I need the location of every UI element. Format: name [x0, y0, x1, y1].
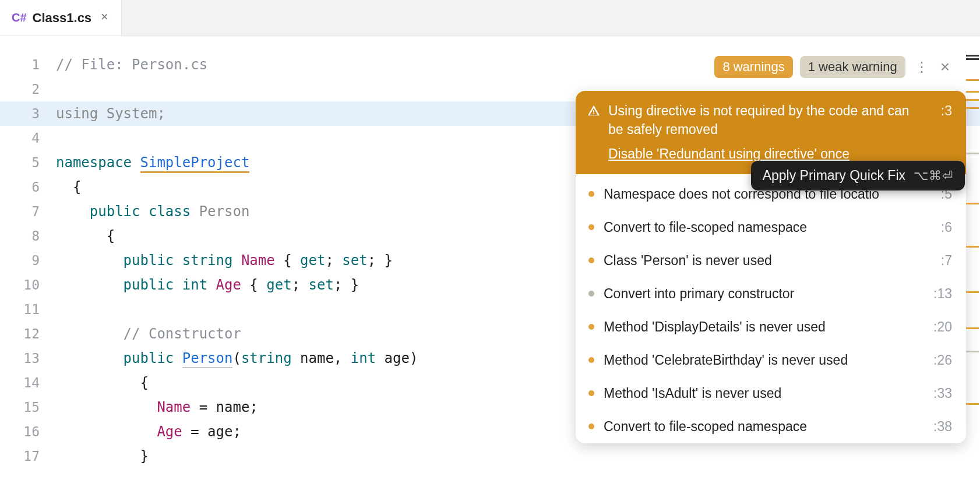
- line-number: 12: [0, 326, 56, 341]
- line-number: 13: [0, 351, 56, 366]
- problem-line: :3: [941, 101, 952, 120]
- code-line[interactable]: 17 }: [0, 444, 980, 468]
- line-number: 6: [0, 179, 56, 195]
- problem-text: Method 'DisplayDetails' is never used: [604, 319, 924, 335]
- quickfix-label: Apply Primary Quick Fix: [763, 168, 905, 183]
- warning-dot-icon: [588, 224, 594, 230]
- error-stripe-mark[interactable]: [966, 327, 979, 329]
- inspections-bar: 8 warnings 1 weak warning ⋮ ×: [714, 56, 952, 78]
- code-content[interactable]: {: [56, 375, 149, 391]
- line-number: 1: [0, 57, 56, 72]
- problem-text: Method 'CelebrateBirthday' is never used: [604, 352, 924, 368]
- warning-dot-icon: [588, 324, 594, 330]
- problems-panel: Using directive is not required by the c…: [576, 91, 966, 443]
- line-number: 11: [0, 302, 56, 317]
- line-number: 7: [0, 204, 56, 219]
- line-number: 10: [0, 277, 56, 292]
- warning-dot-icon: [588, 357, 594, 363]
- file-tab[interactable]: C# Class1.cs ×: [0, 0, 122, 36]
- problem-row[interactable]: Method 'CelebrateBirthday' is never used…: [576, 344, 966, 377]
- line-number: 3: [0, 106, 56, 121]
- problem-line: :13: [933, 286, 952, 302]
- warning-icon: [587, 103, 600, 122]
- problem-text: Convert into primary constructor: [604, 286, 924, 302]
- problems-list: Namespace does not correspond to file lo…: [576, 174, 966, 443]
- line-number: 14: [0, 375, 56, 390]
- problem-text: Class 'Person' is never used: [604, 253, 932, 269]
- error-stripe-mark[interactable]: [966, 351, 979, 352]
- warning-dot-icon: [588, 423, 594, 429]
- line-number: 15: [0, 400, 56, 415]
- line-number: 2: [0, 82, 56, 97]
- error-stripe[interactable]: [963, 54, 979, 480]
- close-tab-icon[interactable]: ×: [97, 10, 110, 25]
- code-content[interactable]: {: [56, 179, 81, 195]
- code-content[interactable]: // Constructor: [56, 326, 241, 342]
- weak-warning-badge[interactable]: 1 weak warning: [800, 56, 905, 78]
- code-content[interactable]: public int Age { get; set; }: [56, 277, 359, 293]
- problem-row[interactable]: Method 'DisplayDetails' is never used:20: [576, 310, 966, 344]
- tab-bar: C# Class1.cs ×: [0, 0, 980, 36]
- problem-row[interactable]: Convert to file-scoped namespace:38: [576, 410, 966, 443]
- code-content[interactable]: public class Person: [56, 203, 249, 220]
- line-number: 17: [0, 449, 56, 464]
- problem-text: Method 'IsAdult' is never used: [604, 386, 924, 401]
- warning-dot-icon: [588, 257, 594, 263]
- csharp-icon: C#: [12, 11, 27, 24]
- problem-line: :6: [941, 220, 952, 235]
- problem-line: :26: [933, 352, 952, 368]
- problem-message: Using directive is not required by the c…: [608, 101, 926, 139]
- error-stripe-mark[interactable]: [966, 58, 979, 60]
- error-stripe-mark[interactable]: [966, 403, 979, 405]
- error-stripe-mark[interactable]: [966, 79, 979, 81]
- problem-line: :7: [941, 253, 952, 269]
- problem-line: :38: [933, 419, 952, 435]
- error-stripe-mark[interactable]: [966, 55, 979, 57]
- line-number: 9: [0, 253, 56, 268]
- warning-dot-icon: [588, 191, 594, 197]
- error-stripe-mark[interactable]: [966, 291, 979, 293]
- error-stripe-mark[interactable]: [966, 99, 979, 101]
- warnings-badge[interactable]: 8 warnings: [714, 56, 792, 78]
- close-icon[interactable]: ×: [938, 58, 952, 76]
- code-content[interactable]: public string Name { get; set; }: [56, 252, 393, 269]
- code-content[interactable]: public Person(string name, int age): [56, 350, 418, 366]
- quickfix-shortcut: ⌥⌘⏎: [914, 168, 953, 183]
- warning-dot-icon: [588, 390, 594, 396]
- quickfix-tooltip: Apply Primary Quick Fix ⌥⌘⏎: [751, 161, 965, 190]
- weak-warning-dot-icon: [588, 291, 594, 297]
- line-number: 4: [0, 130, 56, 146]
- error-stripe-mark[interactable]: [966, 107, 979, 109]
- error-stripe-mark[interactable]: [966, 246, 979, 248]
- problem-text: Convert to file-scoped namespace: [604, 220, 932, 235]
- problem-row[interactable]: Method 'IsAdult' is never used:33: [576, 377, 966, 410]
- problem-line: :20: [933, 319, 952, 335]
- line-number: 16: [0, 424, 56, 439]
- problem-line: :33: [933, 386, 952, 401]
- line-number: 8: [0, 228, 56, 243]
- code-content[interactable]: using System;: [56, 105, 165, 122]
- code-content[interactable]: }: [56, 448, 149, 464]
- error-stripe-mark[interactable]: [966, 153, 979, 154]
- problem-row[interactable]: Convert to file-scoped namespace:6: [576, 211, 966, 244]
- line-number: 5: [0, 155, 56, 170]
- problem-text: Convert to file-scoped namespace: [604, 419, 924, 435]
- error-stripe-mark[interactable]: [966, 91, 979, 93]
- error-stripe-mark[interactable]: [966, 203, 979, 204]
- problem-row[interactable]: Class 'Person' is never used:7: [576, 244, 966, 277]
- code-content[interactable]: // File: Person.cs: [56, 57, 207, 73]
- code-content[interactable]: Name = name;: [56, 399, 258, 415]
- kebab-icon[interactable]: ⋮: [912, 59, 931, 75]
- tab-filename: Class1.cs: [33, 10, 92, 26]
- code-content[interactable]: namespace SimpleProject: [56, 154, 249, 171]
- code-content[interactable]: Age = age;: [56, 423, 241, 440]
- problem-row[interactable]: Convert into primary constructor:13: [576, 277, 966, 310]
- code-content[interactable]: {: [56, 228, 115, 244]
